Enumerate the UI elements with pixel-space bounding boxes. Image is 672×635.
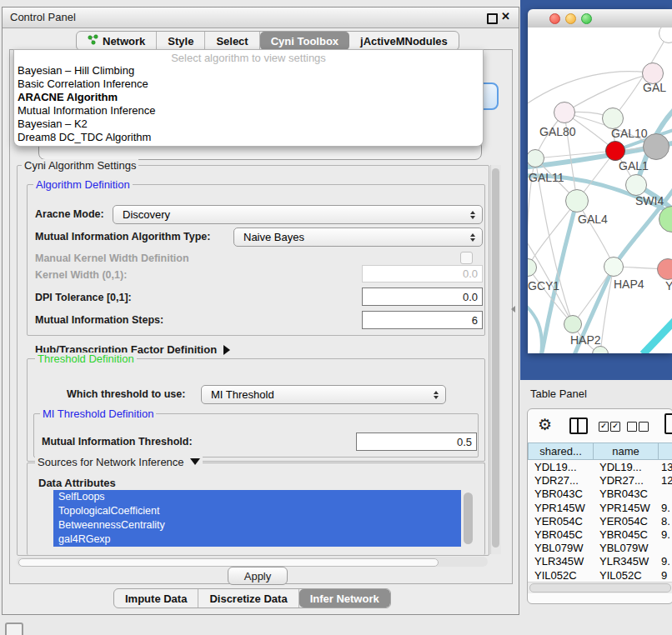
dropdown-option[interactable]: Bayesian – K2 — [14, 118, 483, 131]
kernel-width-field[interactable]: 0.0 — [362, 265, 483, 282]
minimize-traffic-light-icon[interactable] — [565, 13, 576, 24]
network-canvas: GALGAL80GAL10GAL1GAL11SWI4GAL4GCY1HAP4YH… — [528, 28, 672, 353]
expander-right-icon — [223, 345, 230, 355]
float-window-icon[interactable] — [487, 13, 498, 24]
apply-button[interactable]: Apply — [228, 567, 288, 585]
table-row[interactable]: YBR045CYBR045C9. — [528, 528, 672, 541]
sources-collapse-toggle[interactable]: Sources for Network Inference — [35, 456, 203, 468]
dropdown-option[interactable]: Basic Correlation Inference — [14, 78, 483, 91]
kernel-width-label: Kernel Width (0,1): — [35, 269, 127, 281]
deselect-all-icon[interactable] — [627, 422, 637, 432]
aracne-mode-label: Aracne Mode: — [35, 208, 104, 220]
table-cell: YDR27... — [599, 474, 644, 487]
split-columns-icon[interactable] — [569, 418, 588, 434]
table-row[interactable]: YER054CYER054C8. — [528, 514, 672, 528]
table-row[interactable]: YPR145WYPR145W9. — [528, 501, 672, 514]
dropdown-option[interactable]: Dream8 DC_TDC Algorithm — [14, 131, 483, 144]
table-row[interactable]: YIL052CYIL052C9 — [528, 568, 672, 582]
which-threshold-select[interactable]: MI Threshold — [201, 385, 446, 404]
mi-algorithm-type-select[interactable]: Naive Bayes — [233, 228, 483, 247]
table-cell: YIL052C — [534, 569, 577, 582]
close-icon[interactable]: ✕ — [501, 10, 510, 22]
tab-label: Impute Data — [125, 592, 187, 605]
table-cell: YDL19... — [599, 461, 642, 473]
select-all-icon[interactable]: ✓ — [599, 422, 609, 432]
tab-select[interactable]: Select — [205, 32, 259, 50]
dropdown-placeholder: Select algorithm to view settings — [14, 50, 483, 64]
deselect-all-icon[interactable] — [639, 422, 649, 432]
attribute-item[interactable]: gal4RGexp — [53, 532, 461, 547]
bottom-tab-discretize-data[interactable]: Discretize Data — [198, 589, 298, 608]
zoom-traffic-light-icon[interactable] — [581, 13, 592, 24]
data-attributes-list: SelfLoopsTopologicalCoefficientBetweenne… — [53, 490, 476, 548]
settings-gear-icon[interactable]: ⚙ — [538, 415, 552, 434]
table-cell: YLR345W — [599, 555, 649, 568]
table-options-icon[interactable] — [664, 413, 672, 434]
dropdown-option[interactable]: ARACNE Algorithm — [14, 91, 483, 104]
network-node-hap4[interactable] — [604, 257, 624, 277]
table-cell: YBR045C — [534, 528, 583, 541]
cyni-settings-title: Cyni Algorithm Settings — [22, 159, 138, 172]
cyni-toolbox-panel: Cyni Algorithm Settings Algorithm Defini… — [9, 49, 513, 584]
table-hscroll-thumb[interactable] — [529, 583, 671, 592]
table-cell: YER054C — [534, 515, 583, 528]
dropdown-option[interactable]: Mutual Information Inference — [14, 104, 483, 118]
control-panel-title: Control Panel — [10, 11, 76, 23]
dpi-tolerance-field[interactable]: 0.0 — [362, 288, 483, 306]
threshold-definition-title: Threshold Definition — [35, 352, 137, 365]
tab-label: Cyni Toolbox — [271, 35, 339, 48]
network-node-gal1[interactable] — [605, 141, 625, 161]
manual-kernel-checkbox[interactable] — [460, 252, 473, 264]
tab-network[interactable]: Network — [77, 32, 157, 50]
minimized-panel-icon[interactable] — [5, 622, 23, 635]
network-window: GALGAL80GAL10GAL1GAL11SWI4GAL4GCY1HAP4YH… — [528, 9, 672, 353]
node-label: GCY1 — [528, 279, 559, 292]
table-cell: YBL079W — [599, 542, 649, 554]
tab-label: Select — [216, 35, 248, 48]
table-cell: YPR145W — [534, 502, 585, 514]
table-cell: YLR345W — [534, 555, 584, 568]
column-header[interactable]: name — [593, 442, 658, 460]
attribute-item[interactable]: BetweennessCentrality — [53, 518, 461, 532]
network-node-gal4[interactable] — [565, 189, 589, 212]
table-row[interactable]: YLR345WYLR345W9. — [528, 554, 672, 568]
network-node-hap2[interactable] — [564, 315, 582, 333]
settings-hscroll-thumb[interactable] — [18, 558, 439, 567]
table-cell: YIL052C — [599, 569, 642, 582]
column-header[interactable] — [658, 442, 672, 460]
algorithm-dropdown: Select algorithm to view settings Bayesi… — [13, 49, 484, 147]
table-header-row: shared...name — [528, 442, 672, 460]
aracne-mode-select[interactable]: Discovery — [113, 205, 483, 224]
tab-label: Discretize Data — [209, 592, 287, 605]
attribute-item[interactable]: SelfLoops — [53, 490, 461, 504]
column-header[interactable]: shared... — [528, 442, 593, 460]
mi-threshold-field[interactable]: 0.5 — [356, 432, 477, 451]
table-row[interactable]: YBR043CYBR043C — [528, 487, 672, 500]
node-label: GAL10 — [611, 127, 648, 140]
tab-style[interactable]: Style — [157, 32, 205, 50]
bottom-tab-infer-network[interactable]: Infer Network — [299, 589, 390, 608]
mi-steps-field[interactable]: 6 — [362, 311, 483, 329]
bottom-tab-impute-data[interactable]: Impute Data — [114, 589, 198, 608]
select-all-icon[interactable]: ✓ — [610, 422, 620, 432]
dropdown-options: Bayesian – Hill ClimbingBasic Correlatio… — [14, 64, 483, 144]
dropdown-option[interactable]: Bayesian – Hill Climbing — [14, 64, 483, 78]
attribute-item[interactable]: TopologicalCoefficient — [53, 504, 461, 518]
tab-jactivemnodules[interactable]: jActiveMNodules — [349, 32, 459, 50]
network-node-swi4[interactable] — [625, 174, 647, 196]
panel-collapse-arrow-icon[interactable] — [511, 306, 515, 312]
close-traffic-light-icon[interactable] — [549, 13, 560, 24]
dpi-tolerance-label: DPI Tolerance [0,1]: — [35, 292, 132, 303]
table-cell: YBR043C — [599, 488, 648, 500]
network-window-titlebar — [528, 9, 672, 28]
network-node-gal80[interactable] — [554, 102, 575, 123]
node-label: GAL80 — [539, 125, 576, 138]
tab-label: Network — [103, 35, 145, 48]
table-row[interactable]: YDL19...YDL19...13 — [528, 460, 672, 473]
list-scrollbar-thumb[interactable] — [464, 492, 473, 544]
settings-vscroll-thumb[interactable] — [492, 168, 499, 548]
combo-stepper-icon — [434, 391, 445, 399]
tab-cyni-toolbox[interactable]: Cyni Toolbox — [260, 32, 349, 50]
table-row[interactable]: YDR27...YDR27...12 — [528, 473, 672, 487]
table-row[interactable]: YBL079WYBL079W — [528, 541, 672, 554]
